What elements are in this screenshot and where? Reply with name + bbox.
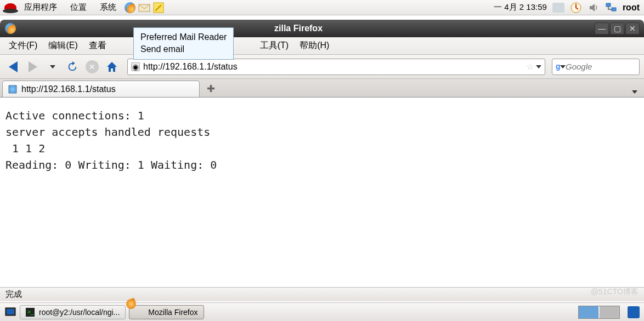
stop-button: ✕ <box>83 58 101 76</box>
chevron-down-icon <box>50 65 55 68</box>
menu-help[interactable]: 帮助(H) <box>294 38 335 54</box>
taskbar-item-firefox[interactable]: Mozilla Firefox <box>129 305 204 319</box>
home-icon <box>105 60 118 73</box>
svg-rect-7 <box>7 309 14 314</box>
clock[interactable]: 一 4月 2 13:59 <box>494 2 547 13</box>
forward-arrow-icon <box>29 61 37 72</box>
tab-favicon <box>8 85 17 94</box>
page-content: Active connections: 1 server accepts han… <box>0 98 644 245</box>
window-title: zilla Firefox <box>22 24 595 33</box>
workspace-1[interactable] <box>579 306 598 318</box>
tab-bar: http://192.168.1.1/status ✚ <box>0 79 644 98</box>
trash-icon[interactable] <box>628 306 640 318</box>
url-dropdown-icon[interactable] <box>536 65 541 68</box>
firefox-launcher-icon[interactable] <box>124 2 136 14</box>
tab-list-dropdown[interactable] <box>632 90 637 94</box>
applications-menu[interactable]: 应用程序 <box>19 1 63 14</box>
taskbar-item-label: Mozilla Firefox <box>148 308 197 317</box>
svg-text:>_: >_ <box>27 309 34 315</box>
taskbar-item-terminal[interactable]: >_ root@y2:/usr/local/ngi... <box>20 305 126 319</box>
url-input[interactable] <box>143 62 524 72</box>
site-favicon: ◉ <box>131 62 140 71</box>
back-arrow-icon <box>9 61 18 72</box>
bookmark-star-icon[interactable]: ☆ <box>526 61 534 72</box>
menu-tools[interactable]: 工具(T) <box>255 38 294 54</box>
search-engine-dropdown-icon[interactable] <box>560 65 566 68</box>
new-tab-button[interactable]: ✚ <box>203 82 218 95</box>
menu-view[interactable]: 查看 <box>83 38 112 54</box>
browser-tab[interactable]: http://192.168.1.1/status <box>2 81 200 97</box>
network-icon[interactable] <box>605 2 617 14</box>
tooltip-line: Preferred Mail Reader <box>140 31 227 43</box>
tab-title: http://192.168.1.1/status <box>21 84 116 94</box>
firefox-window-icon <box>4 22 16 35</box>
stop-icon: ✕ <box>86 60 99 73</box>
back-button[interactable] <box>4 58 22 76</box>
terminal-icon: >_ <box>26 308 35 317</box>
minimize-button[interactable]: — <box>595 22 609 35</box>
workspace-2[interactable] <box>600 306 619 318</box>
close-button[interactable]: ✕ <box>625 22 640 35</box>
workspace-switcher[interactable] <box>578 306 620 319</box>
tooltip-line: Send email <box>140 43 227 55</box>
menu-file[interactable]: 文件(F) <box>3 38 43 54</box>
history-dropdown[interactable] <box>44 58 61 76</box>
watermark: @51CTO博客 <box>591 287 639 297</box>
maximize-button[interactable]: ▢ <box>610 22 624 35</box>
gnome-top-panel: 应用程序 位置 系统 一 4月 2 13:59 root <box>0 0 644 15</box>
update-indicator-icon[interactable] <box>570 2 582 14</box>
taskbar-item-label: root@y2:/usr/local/ngi... <box>39 308 120 317</box>
gnome-bottom-panel: >_ root@y2:/usr/local/ngi... Mozilla Fir… <box>0 302 644 321</box>
url-bar[interactable]: ◉ ☆ <box>127 59 545 75</box>
forward-button <box>24 58 42 76</box>
user-menu[interactable]: root <box>623 3 640 13</box>
notes-launcher-icon[interactable] <box>152 2 165 14</box>
search-bar[interactable] <box>552 59 640 75</box>
firefox-menubar: 文件(F) 编辑(E) 查看 工具(T) 帮助(H) <box>0 37 644 55</box>
status-text: 完成 <box>5 289 22 300</box>
menu-edit[interactable]: 编辑(E) <box>43 38 83 54</box>
svg-rect-3 <box>606 3 611 7</box>
window-titlebar[interactable]: zilla Firefox — ▢ ✕ <box>0 20 644 37</box>
mail-launcher-icon[interactable] <box>138 2 150 14</box>
firefox-task-icon <box>135 308 144 317</box>
navigation-toolbar: ✕ ◉ ☆ <box>0 55 644 79</box>
reload-icon <box>66 61 78 73</box>
volume-icon[interactable] <box>587 2 600 14</box>
keyboard-indicator-icon[interactable] <box>552 3 564 13</box>
home-button[interactable] <box>103 58 121 76</box>
svg-rect-4 <box>612 8 616 11</box>
places-menu[interactable]: 位置 <box>65 1 92 14</box>
system-menu[interactable]: 系统 <box>94 1 122 14</box>
show-desktop-button[interactable] <box>4 306 16 318</box>
redhat-icon <box>4 3 16 12</box>
status-bar: 完成 <box>0 287 644 301</box>
reload-button[interactable] <box>64 58 81 76</box>
mail-tooltip: Preferred Mail Reader Send email <box>133 27 234 60</box>
search-input[interactable] <box>566 62 644 71</box>
